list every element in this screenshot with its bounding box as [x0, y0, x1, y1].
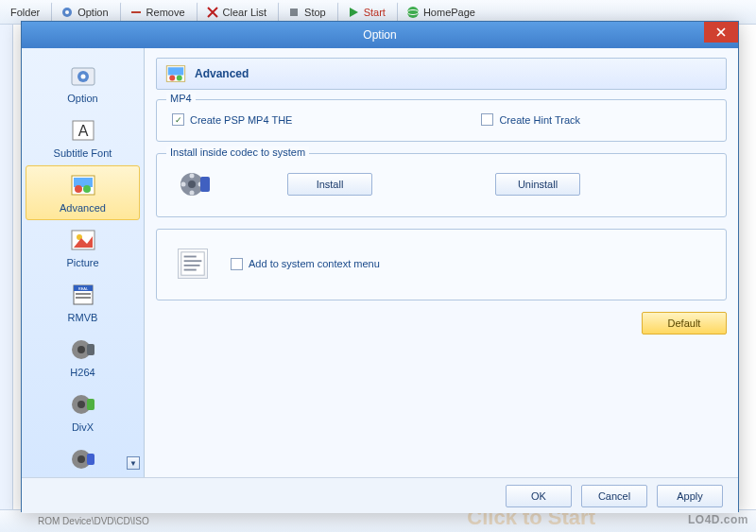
checkbox-icon — [481, 113, 493, 126]
svg-point-37 — [177, 76, 182, 81]
uninstall-button[interactable]: Uninstall — [495, 173, 580, 196]
svg-point-15 — [83, 185, 91, 193]
sidebar-item-rmvb[interactable]: REAL RMVB — [26, 275, 140, 330]
install-button[interactable]: Install — [287, 173, 372, 196]
svg-rect-47 — [184, 260, 202, 262]
svg-rect-13 — [74, 178, 93, 187]
svg-marker-4 — [350, 8, 358, 17]
sidebar-item-label: H264 — [70, 367, 94, 378]
sidebar-item-label: DivX — [72, 421, 94, 433]
svg-point-14 — [75, 185, 82, 193]
group-codec: Install inside codec to system Install U… — [156, 153, 727, 217]
content-header-title: Advanced — [195, 67, 249, 80]
bg-homepage[interactable]: HomePage — [397, 2, 482, 23]
bg-stop[interactable]: Stop — [278, 2, 333, 23]
default-button[interactable]: Default — [642, 312, 727, 335]
bg-folder[interactable]: Folder — [4, 4, 46, 21]
checkbox-create-psp[interactable]: Create PSP MP4 THE — [172, 113, 292, 126]
sidebar-item-subtitle-font[interactable]: A Subtitle Font — [26, 111, 140, 165]
gear-icon — [60, 5, 75, 20]
checkbox-add-context-menu[interactable]: Add to system context menu — [231, 258, 380, 270]
group-title: MP4 — [166, 93, 196, 104]
x-icon — [205, 5, 220, 20]
content-header: Advanced — [156, 58, 727, 90]
svg-point-27 — [77, 401, 85, 408]
option-icon — [68, 60, 98, 91]
group-context-menu: Add to system context menu — [156, 229, 727, 300]
sidebar-item-picture[interactable]: Picture — [26, 220, 140, 275]
svg-rect-21 — [76, 293, 91, 295]
close-icon — [716, 27, 726, 37]
sidebar-item-label: Option — [67, 93, 97, 104]
xvid-icon — [68, 444, 98, 474]
play-icon — [346, 5, 361, 20]
font-icon: A — [68, 115, 98, 146]
svg-text:A: A — [77, 123, 88, 139]
svg-point-30 — [77, 455, 85, 463]
content-pane: Advanced MP4 Create PSP MP4 THE Create H… — [145, 48, 738, 477]
svg-point-1 — [65, 10, 69, 14]
svg-point-5 — [407, 7, 419, 18]
svg-rect-45 — [181, 252, 204, 275]
svg-point-39 — [188, 180, 196, 188]
option-dialog: Option Option A Subtitle Font Advanced P… — [21, 21, 739, 512]
apply-button[interactable]: Apply — [657, 485, 723, 507]
group-title: Install inside codec to system — [166, 146, 309, 158]
advanced-icon — [68, 170, 98, 200]
sidebar-item-h264[interactable]: H264 — [26, 330, 140, 385]
dialog-titlebar[interactable]: Option — [22, 22, 738, 48]
svg-rect-22 — [76, 297, 91, 299]
svg-rect-46 — [184, 256, 197, 258]
group-mp4: MP4 Create PSP MP4 THE Create Hint Track — [156, 99, 727, 142]
watermark: LO4D.com — [688, 513, 748, 526]
minus-icon — [129, 5, 144, 20]
checkbox-icon — [231, 258, 243, 270]
sidebar-item-label: Subtitle Font — [54, 147, 112, 159]
film-reel-icon — [178, 167, 212, 201]
sidebar-item-option[interactable]: Option — [26, 56, 140, 111]
svg-point-9 — [80, 75, 85, 79]
rmvb-icon: REAL — [68, 280, 98, 310]
svg-rect-31 — [87, 454, 94, 465]
sidebar-item-xvid[interactable]: Xvid — [26, 439, 140, 477]
sidebar-item-label: Xvid — [73, 476, 93, 477]
checkbox-icon — [172, 113, 184, 126]
svg-point-42 — [181, 182, 186, 187]
checkbox-label: Create Hint Track — [499, 114, 580, 126]
background-left-panel — [0, 25, 13, 509]
picture-icon — [68, 225, 98, 255]
sidebar-item-divx[interactable]: DivX — [26, 385, 140, 439]
svg-rect-2 — [131, 11, 141, 13]
sidebar-scroll-down[interactable]: ▼ — [127, 456, 140, 470]
bg-remove[interactable]: Remove — [120, 2, 192, 23]
svg-point-36 — [169, 76, 175, 81]
svg-rect-3 — [290, 9, 298, 16]
settings-sidebar: Option A Subtitle Font Advanced Picture … — [22, 48, 145, 477]
close-button[interactable] — [704, 22, 738, 43]
stop-icon — [286, 5, 301, 20]
svg-rect-49 — [184, 269, 197, 271]
svg-rect-28 — [87, 399, 94, 410]
svg-rect-44 — [200, 177, 210, 192]
sidebar-item-advanced[interactable]: Advanced — [26, 165, 140, 220]
ok-button[interactable]: OK — [506, 485, 572, 507]
checkbox-label: Create PSP MP4 THE — [190, 114, 292, 126]
bg-clearlist[interactable]: Clear List — [197, 2, 273, 23]
checkbox-create-hint[interactable]: Create Hint Track — [481, 113, 580, 126]
cancel-button[interactable]: Cancel — [581, 485, 647, 507]
h264-icon — [68, 335, 98, 365]
svg-point-24 — [77, 346, 85, 353]
divx-icon — [68, 389, 98, 420]
advanced-header-icon — [164, 62, 187, 85]
svg-point-41 — [190, 191, 195, 196]
sidebar-item-label: Advanced — [60, 202, 106, 214]
bg-start[interactable]: Start — [337, 2, 392, 23]
bg-option[interactable]: Option — [51, 2, 114, 23]
svg-rect-25 — [87, 344, 94, 355]
svg-point-40 — [190, 174, 195, 179]
checkbox-label: Add to system context menu — [249, 258, 380, 269]
sidebar-item-label: RMVB — [68, 312, 98, 323]
dialog-footer: OK Cancel Apply — [22, 477, 738, 513]
context-menu-icon — [178, 249, 208, 279]
svg-text:REAL: REAL — [77, 286, 88, 291]
